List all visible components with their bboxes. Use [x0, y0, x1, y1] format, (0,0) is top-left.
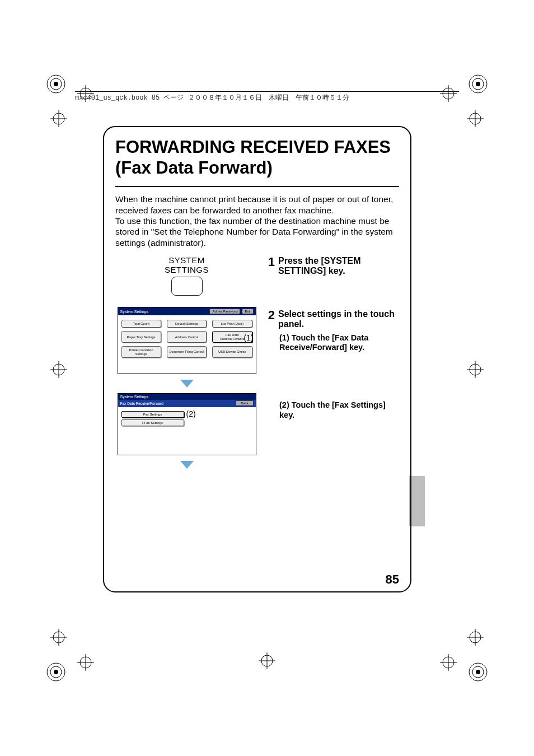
admin-password-button[interactable]: Admin Password — [209, 309, 240, 314]
step-1: 1 Press the [SYSTEM SETTINGS] key. — [265, 256, 399, 280]
reg-mark — [440, 654, 457, 671]
reg-mark — [467, 361, 484, 378]
step-2-title: Select settings in the touch panel. — [278, 309, 399, 330]
reg-mark — [50, 629, 67, 646]
step-2: 2 Select settings in the touch panel. (1… — [265, 309, 399, 353]
step-2-sub-1: (1) Touch the [Fax Data Receive/Forward]… — [278, 333, 399, 353]
header-text: mxc401_us_qck.book 85 ページ ２００８年１０月１６日 木曜… — [75, 94, 349, 102]
arrow-down-icon — [180, 380, 194, 388]
crop-mark-bl — [45, 661, 67, 683]
reg-mark — [259, 652, 275, 669]
btn-doc-filing[interactable]: Document Filing Control — [167, 346, 207, 358]
step-number: 1 — [265, 256, 275, 280]
arrow-down-icon — [180, 461, 194, 469]
page-header: mxc401_us_qck.book 85 ページ ２００８年１０月１６日 木曜… — [75, 91, 459, 102]
btn-ifax-settings[interactable]: I-Fax Settings — [121, 419, 184, 426]
reg-mark — [50, 110, 67, 127]
panel1-title: System Settings — [120, 310, 149, 314]
crop-mark-tl — [45, 73, 67, 95]
reg-mark — [50, 361, 67, 378]
sys-label-2: SETTINGS — [115, 265, 258, 275]
step-number: 2 — [265, 309, 275, 353]
page-number: 85 — [386, 572, 399, 587]
btn-fax-settings[interactable]: Fax Settings — [121, 411, 184, 418]
panel2-title: System Settings — [120, 395, 149, 399]
side-tab — [409, 476, 425, 526]
panel2-subtitle: Fax Data Receive/Forward — [120, 402, 163, 405]
system-settings-key[interactable] — [171, 277, 203, 296]
panel-system-settings: System Settings Admin Password Exit Tota… — [118, 307, 256, 374]
crop-mark-br — [467, 661, 489, 683]
step-2b: 2 (2) Touch the [Fax Settings] key. — [265, 398, 399, 420]
step-2-sub-2: (2) Touch the [Fax Settings] key. — [278, 400, 399, 420]
reg-mark — [77, 654, 94, 671]
exit-button[interactable]: Exit — [242, 309, 253, 314]
btn-printer-condition[interactable]: Printer Condition Settings — [121, 346, 161, 358]
svg-point-8 — [54, 670, 58, 674]
sys-label-1: SYSTEM — [115, 256, 258, 265]
btn-total-count[interactable]: Total Count — [121, 320, 161, 328]
btn-default-settings[interactable]: Default Settings — [167, 320, 207, 328]
svg-point-5 — [476, 82, 480, 86]
page-frame: FORWARDING RECEIVED FAXES (Fax Data Forw… — [103, 126, 411, 592]
reg-mark — [467, 629, 484, 646]
intro-text: When the machine cannot print because it… — [115, 194, 399, 248]
reg-mark — [467, 110, 484, 127]
annotation-1: (1) — [243, 333, 253, 342]
svg-point-2 — [54, 82, 58, 86]
btn-usb-device[interactable]: USB-Device Check — [212, 346, 252, 358]
system-settings-key-block: SYSTEM SETTINGS — [115, 256, 258, 296]
panel-fax-data-receive-forward: System Settings Fax Data Receive/Forward… — [118, 393, 256, 455]
crop-mark-tr — [467, 73, 489, 95]
btn-paper-tray[interactable]: Paper Tray Settings — [121, 331, 161, 343]
annotation-2: (2) — [186, 409, 196, 418]
step-1-title: Press the [SYSTEM SETTINGS] key. — [278, 256, 399, 277]
page-title: FORWARDING RECEIVED FAXES (Fax Data Forw… — [115, 136, 399, 187]
back-button[interactable]: Back — [236, 400, 253, 406]
btn-list-print[interactable]: List Print (User) — [212, 320, 252, 328]
btn-address-control[interactable]: Address Control — [167, 331, 207, 343]
svg-point-11 — [476, 670, 480, 674]
